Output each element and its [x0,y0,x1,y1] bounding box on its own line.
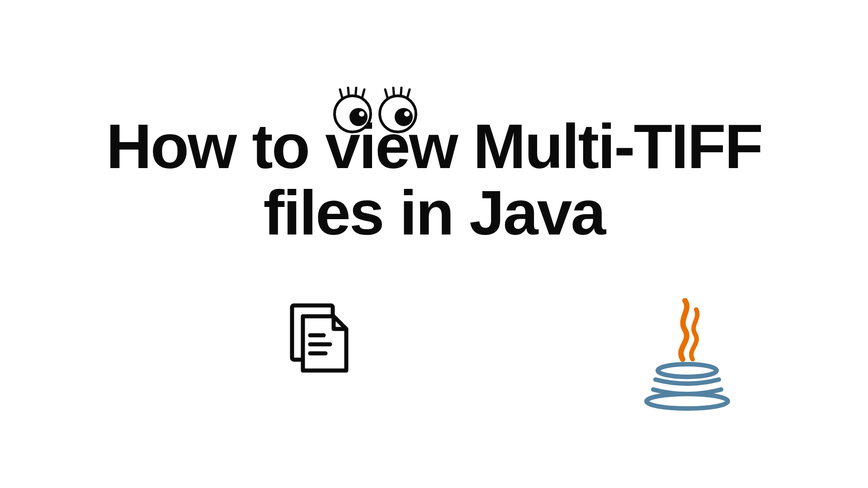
svg-point-13 [404,111,410,117]
svg-point-19 [646,394,728,408]
files-icon [289,303,353,377]
java-logo-icon [642,298,732,418]
svg-point-6 [359,111,364,117]
page-title: How to view Multi-TIFF files in Java [72,113,796,246]
title-container: How to view Multi-TIFF files in Java [72,113,796,246]
svg-point-12 [395,108,413,126]
svg-point-5 [349,108,368,126]
title-line-2: files in Java [72,179,796,246]
eyes-icon [326,87,425,138]
title-line-1: How to view Multi-TIFF [72,113,796,179]
svg-point-18 [658,364,717,377]
